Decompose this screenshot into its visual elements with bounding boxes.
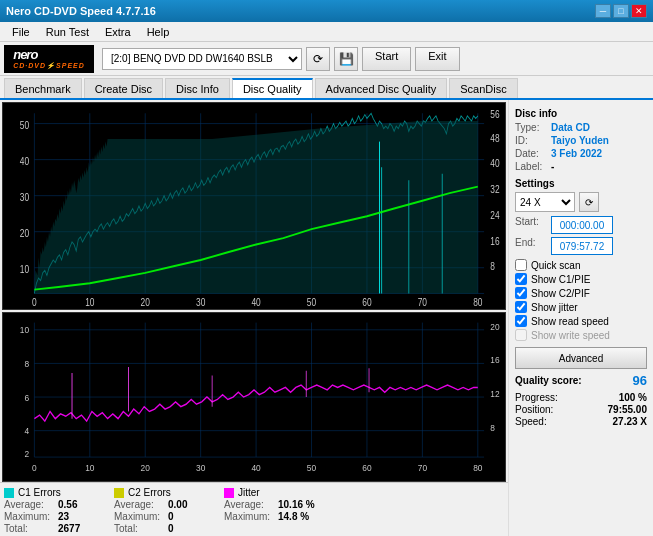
c1-label: C1 Errors xyxy=(18,487,61,498)
tab-bar: Benchmark Create Disc Disc Info Disc Qua… xyxy=(0,76,653,100)
show-read-speed-row: Show read speed xyxy=(515,315,647,327)
jitter-label: Jitter xyxy=(238,487,260,498)
svg-text:0: 0 xyxy=(32,463,37,474)
speed-refresh-btn[interactable]: ⟳ xyxy=(579,192,599,212)
quick-scan-checkbox[interactable] xyxy=(515,259,527,271)
c2-avg-key: Average: xyxy=(114,499,164,510)
svg-text:10: 10 xyxy=(20,325,29,336)
show-write-speed-checkbox[interactable] xyxy=(515,329,527,341)
start-button[interactable]: Start xyxy=(362,47,411,71)
menu-extra[interactable]: Extra xyxy=(97,24,139,40)
c2-avg-val: 0.00 xyxy=(168,499,187,510)
tab-scan-disc[interactable]: ScanDisc xyxy=(449,78,517,98)
c2-max-val: 0 xyxy=(168,511,174,522)
show-c1-checkbox[interactable] xyxy=(515,273,527,285)
show-read-speed-checkbox[interactable] xyxy=(515,315,527,327)
svg-text:70: 70 xyxy=(418,298,427,309)
quick-scan-label: Quick scan xyxy=(531,260,580,271)
menu-bar: File Run Test Extra Help xyxy=(0,22,653,42)
svg-text:8: 8 xyxy=(490,262,495,273)
disc-label-val: - xyxy=(551,161,554,172)
svg-text:12: 12 xyxy=(490,388,499,399)
show-c2-label: Show C2/PIF xyxy=(531,288,590,299)
menu-help[interactable]: Help xyxy=(139,24,178,40)
close-button[interactable]: ✕ xyxy=(631,4,647,18)
speed-row: Speed: 27.23 X xyxy=(515,416,647,427)
svg-text:30: 30 xyxy=(196,298,205,309)
disc-id-val: Taiyo Yuden xyxy=(551,135,609,146)
tab-advanced-disc-quality[interactable]: Advanced Disc Quality xyxy=(315,78,448,98)
svg-text:10: 10 xyxy=(85,463,94,474)
position-val: 79:55.00 xyxy=(608,404,647,415)
svg-text:40: 40 xyxy=(251,463,260,474)
svg-text:50: 50 xyxy=(307,463,316,474)
speed-select[interactable]: 24 X xyxy=(515,192,575,212)
position-row: Position: 79:55.00 xyxy=(515,404,647,415)
show-write-speed-row: Show write speed xyxy=(515,329,647,341)
jitter-max-key: Maximum: xyxy=(224,511,274,522)
tab-create-disc[interactable]: Create Disc xyxy=(84,78,163,98)
c1-max-key: Maximum: xyxy=(4,511,54,522)
svg-text:6: 6 xyxy=(24,392,29,403)
end-time-row: End: xyxy=(515,237,647,255)
end-time-input[interactable] xyxy=(551,237,613,255)
main-content: 50 40 30 20 10 56 48 40 32 24 16 8 0 10 xyxy=(0,100,653,536)
jitter-avg-val: 10.16 % xyxy=(278,499,315,510)
position-key: Position: xyxy=(515,404,553,415)
start-label: Start: xyxy=(515,216,547,234)
menu-run-test[interactable]: Run Test xyxy=(38,24,97,40)
show-jitter-checkbox[interactable] xyxy=(515,301,527,313)
c2-legend-box xyxy=(114,488,124,498)
svg-text:4: 4 xyxy=(24,426,29,437)
start-time-input[interactable] xyxy=(551,216,613,234)
progress-key: Progress: xyxy=(515,392,558,403)
c2-stat-group: C2 Errors Average: 0.00 Maximum: 0 Total… xyxy=(114,487,214,534)
show-c2-row: Show C2/PIF xyxy=(515,287,647,299)
quality-score-value: 96 xyxy=(633,373,647,388)
svg-text:56: 56 xyxy=(490,110,499,121)
tab-disc-info[interactable]: Disc Info xyxy=(165,78,230,98)
disc-id-key: ID: xyxy=(515,135,547,146)
minimize-button[interactable]: ─ xyxy=(595,4,611,18)
tab-disc-quality[interactable]: Disc Quality xyxy=(232,78,313,98)
show-c1-row: Show C1/PIE xyxy=(515,273,647,285)
charts-container: 50 40 30 20 10 56 48 40 32 24 16 8 0 10 xyxy=(0,100,508,482)
chart-panel: 50 40 30 20 10 56 48 40 32 24 16 8 0 10 xyxy=(0,100,508,536)
end-label: End: xyxy=(515,237,547,255)
c2-total-key: Total: xyxy=(114,523,164,534)
exit-button[interactable]: Exit xyxy=(415,47,459,71)
save-icon-btn[interactable]: 💾 xyxy=(334,47,358,71)
maximize-button[interactable]: □ xyxy=(613,4,629,18)
progress-val: 100 % xyxy=(619,392,647,403)
advanced-button[interactable]: Advanced xyxy=(515,347,647,369)
show-c2-checkbox[interactable] xyxy=(515,287,527,299)
svg-text:16: 16 xyxy=(490,355,499,366)
c1-stat-group: C1 Errors Average: 0.56 Maximum: 23 Tota… xyxy=(4,487,104,534)
svg-text:80: 80 xyxy=(473,298,482,309)
progress-row: Progress: 100 % xyxy=(515,392,647,403)
svg-text:8: 8 xyxy=(24,358,29,369)
svg-text:70: 70 xyxy=(418,463,427,474)
svg-text:40: 40 xyxy=(251,298,260,309)
svg-text:40: 40 xyxy=(490,159,499,170)
tab-benchmark[interactable]: Benchmark xyxy=(4,78,82,98)
settings-title: Settings xyxy=(515,178,647,189)
quick-scan-row: Quick scan xyxy=(515,259,647,271)
menu-file[interactable]: File xyxy=(4,24,38,40)
jitter-max-val: 14.8 % xyxy=(278,511,309,522)
svg-text:20: 20 xyxy=(490,321,499,332)
svg-text:50: 50 xyxy=(20,120,29,131)
svg-text:60: 60 xyxy=(362,298,371,309)
drive-select[interactable]: [2:0] BENQ DVD DD DW1640 BSLB xyxy=(102,48,302,70)
show-write-speed-label: Show write speed xyxy=(531,330,610,341)
svg-text:32: 32 xyxy=(490,184,499,195)
refresh-icon-btn[interactable]: ⟳ xyxy=(306,47,330,71)
svg-text:80: 80 xyxy=(473,463,482,474)
svg-text:30: 30 xyxy=(20,192,29,203)
svg-text:20: 20 xyxy=(20,228,29,239)
svg-text:24: 24 xyxy=(490,210,499,221)
disc-type-key: Type: xyxy=(515,122,547,133)
jitter-avg-key: Average: xyxy=(224,499,274,510)
jitter-legend-box xyxy=(224,488,234,498)
svg-text:10: 10 xyxy=(85,298,94,309)
